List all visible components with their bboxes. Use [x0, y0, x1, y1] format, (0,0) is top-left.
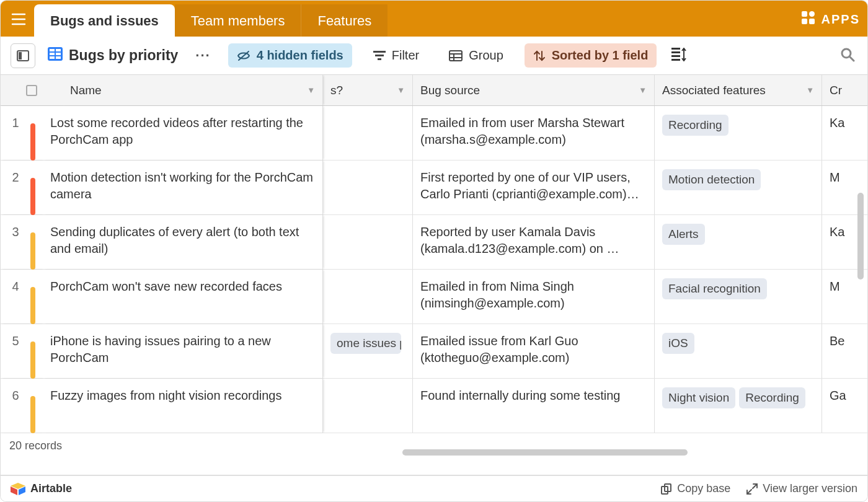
- cell-bug-source[interactable]: Emailed in from Nima Singh (nimsingh@exa…: [413, 270, 655, 324]
- table-row[interactable]: 2Motion detection isn't working for the …: [1, 161, 867, 215]
- tab-features[interactable]: Features: [301, 4, 388, 37]
- svg-rect-14: [50, 56, 55, 59]
- cell-extra[interactable]: [323, 379, 413, 433]
- grid-status-bar: 20 records: [1, 433, 867, 458]
- cell-associated-features[interactable]: Recording: [655, 106, 822, 160]
- column-header-associated-features[interactable]: Associated features ▼: [655, 75, 822, 105]
- cell-name[interactable]: Lost some recorded videos after restarti…: [43, 106, 323, 160]
- feature-tag[interactable]: Motion detection: [662, 169, 761, 190]
- menu-icon[interactable]: [6, 6, 32, 33]
- cell-name[interactable]: Fuzzy images from night vision recording…: [43, 379, 323, 433]
- svg-rect-27: [671, 51, 680, 53]
- cell-created[interactable]: Ka: [822, 106, 859, 160]
- copy-base-label: Copy base: [677, 482, 730, 495]
- filter-icon: [373, 51, 386, 61]
- row-number: 3: [1, 215, 30, 269]
- cell-bug-source[interactable]: Emailed issue from Karl Guo (ktotheguo@e…: [413, 324, 655, 378]
- cell-extra[interactable]: [323, 215, 413, 269]
- svg-rect-8: [19, 52, 22, 59]
- chevron-down-icon: ▼: [639, 86, 647, 95]
- svg-rect-13: [56, 53, 61, 55]
- apps-label: APPS: [822, 12, 860, 27]
- filter-label: Filter: [392, 48, 419, 63]
- tab-team-members[interactable]: Team members: [175, 4, 301, 37]
- cell-name[interactable]: Motion detection isn't working for the P…: [43, 161, 323, 214]
- feature-tag[interactable]: Night vision: [662, 387, 735, 408]
- copy-base-button[interactable]: Copy base: [661, 482, 730, 495]
- table-row[interactable]: 4PorchCam won't save new recorded facesE…: [1, 270, 867, 324]
- cell-created[interactable]: Ka: [822, 215, 859, 269]
- table-row[interactable]: 5iPhone is having issues pairing to a ne…: [1, 324, 867, 379]
- cell-extra[interactable]: [323, 106, 413, 160]
- table-row[interactable]: 6Fuzzy images from night vision recordin…: [1, 379, 867, 433]
- group-button[interactable]: Group: [440, 43, 512, 68]
- svg-rect-6: [809, 19, 815, 24]
- feature-tag[interactable]: Recording: [662, 115, 728, 136]
- sidebar-toggle-button[interactable]: [11, 43, 35, 68]
- cell-created[interactable]: Ga: [822, 379, 859, 433]
- sort-button[interactable]: Sorted by 1 field: [525, 43, 657, 68]
- hidden-fields-button[interactable]: 4 hidden fields: [228, 43, 352, 68]
- column-header-bug-source[interactable]: Bug source ▼: [413, 75, 655, 105]
- chevron-down-icon: ▼: [397, 86, 405, 95]
- svg-point-4: [809, 11, 815, 17]
- view-larger-button[interactable]: View larger version: [746, 482, 857, 495]
- cell-name[interactable]: Sending duplicates of every alert (to bo…: [43, 215, 323, 269]
- column-header-name[interactable]: Name ▼: [63, 75, 323, 105]
- apps-button[interactable]: APPS: [802, 11, 860, 28]
- svg-rect-20: [450, 51, 462, 61]
- cell-name[interactable]: iPhone is having issues pairing to a new…: [43, 324, 323, 378]
- feature-tag[interactable]: Alerts: [662, 224, 705, 245]
- view-options-button[interactable]: ···: [190, 48, 215, 64]
- horizontal-scrollbar[interactable]: [402, 449, 688, 456]
- grid-view-icon: [48, 47, 63, 64]
- cell-associated-features[interactable]: Facial recognition: [655, 270, 822, 324]
- cell-extra[interactable]: [323, 270, 413, 324]
- cell-bug-source[interactable]: Reported by user Kamala Davis (kamala.d1…: [413, 215, 655, 269]
- feature-tag[interactable]: iOS: [662, 333, 694, 354]
- vertical-scrollbar[interactable]: [857, 193, 864, 280]
- cell-extra[interactable]: [323, 161, 413, 214]
- select-all-checkbox[interactable]: [26, 85, 37, 96]
- sort-label: Sorted by 1 field: [552, 48, 649, 63]
- cell-bug-source[interactable]: Emailed in from user Marsha Stewart (mar…: [413, 106, 655, 160]
- cell-created[interactable]: Be: [822, 324, 859, 378]
- cell-bug-source[interactable]: First reported by one of our VIP users, …: [413, 161, 655, 214]
- row-number: 6: [1, 379, 30, 433]
- table-row[interactable]: 3Sending duplicates of every alert (to b…: [1, 215, 867, 270]
- cell-extra[interactable]: ome issues pair: [323, 324, 413, 378]
- view-switcher[interactable]: Bugs by priority: [48, 47, 178, 64]
- row-height-icon: [671, 48, 686, 61]
- column-header-extra[interactable]: s? ▼: [323, 75, 413, 105]
- priority-indicator: [30, 161, 43, 214]
- filter-button[interactable]: Filter: [365, 43, 428, 68]
- row-number: 4: [1, 270, 30, 324]
- svg-rect-11: [56, 49, 61, 51]
- row-height-button[interactable]: [669, 45, 689, 66]
- priority-indicator: [30, 379, 43, 433]
- cell-associated-features[interactable]: Motion detection: [655, 161, 822, 214]
- airtable-brand[interactable]: Airtable: [11, 482, 72, 495]
- view-larger-label: View larger version: [763, 482, 857, 495]
- group-icon: [449, 50, 463, 61]
- cell-associated-features[interactable]: Alerts: [655, 215, 822, 269]
- expand-icon: [746, 483, 758, 495]
- search-button[interactable]: [838, 45, 857, 67]
- priority-indicator: [30, 270, 43, 324]
- row-number: 5: [1, 324, 30, 378]
- cell-associated-features[interactable]: Night visionRecording: [655, 379, 822, 433]
- cell-created[interactable]: M: [822, 270, 859, 324]
- cell-associated-features[interactable]: iOS: [655, 324, 822, 378]
- table-row[interactable]: 1Lost some recorded videos after restart…: [1, 106, 867, 161]
- column-header-extra-label: s?: [330, 84, 343, 97]
- feature-tag[interactable]: Recording: [739, 387, 805, 408]
- cell-bug-source[interactable]: Found internally during some testing: [413, 379, 655, 433]
- sort-icon: [533, 50, 546, 62]
- feature-tag[interactable]: Facial recognition: [662, 278, 767, 299]
- cell-created[interactable]: M: [822, 161, 859, 214]
- panel-icon: [17, 50, 29, 61]
- svg-rect-17: [373, 51, 386, 53]
- cell-name[interactable]: PorchCam won't save new recorded faces: [43, 270, 323, 324]
- column-header-created[interactable]: Cr: [822, 75, 859, 105]
- tab-bugs-and-issues[interactable]: Bugs and issues: [34, 4, 175, 37]
